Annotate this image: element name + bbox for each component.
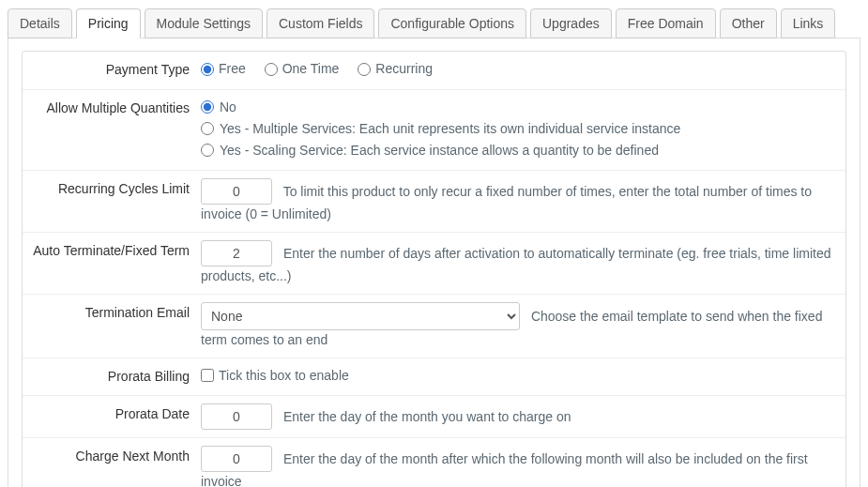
prorata-date-help: Enter the day of the month you want to c… xyxy=(283,409,571,424)
charge-next-month-input[interactable] xyxy=(201,446,272,472)
auto-terminate-label: Auto Terminate/Fixed Term xyxy=(32,240,201,258)
allow-multiple-label: Allow Multiple Quantities xyxy=(32,98,201,115)
prorata-billing-help: Tick this box to enable xyxy=(219,366,349,386)
payment-type-label: Payment Type xyxy=(32,59,201,77)
allow-multiple-scaling-radio[interactable] xyxy=(201,144,214,157)
payment-type-onetime-text: One Time xyxy=(282,59,340,79)
allow-multiple-multiple-text: Yes - Multiple Services: Each unit repre… xyxy=(220,119,680,139)
row-payment-type: Payment Type Free One Time Recurring xyxy=(23,52,845,90)
allow-multiple-multiple[interactable]: Yes - Multiple Services: Each unit repre… xyxy=(201,119,836,139)
payment-type-onetime[interactable]: One Time xyxy=(265,59,340,79)
row-termination-email: Termination Email None Choose the email … xyxy=(23,295,845,358)
row-allow-multiple: Allow Multiple Quantities No Yes - Multi… xyxy=(23,90,845,171)
tab-other[interactable]: Other xyxy=(720,8,777,38)
termination-email-select[interactable]: None xyxy=(201,302,520,330)
recurring-cycles-label: Recurring Cycles Limit xyxy=(32,178,201,196)
allow-multiple-scaling-text: Yes - Scaling Service: Each service inst… xyxy=(220,141,659,160)
tab-free-domain[interactable]: Free Domain xyxy=(616,8,716,38)
prorata-billing-toggle[interactable]: Tick this box to enable xyxy=(201,366,349,386)
row-recurring-cycles: Recurring Cycles Limit To limit this pro… xyxy=(23,171,845,233)
recurring-cycles-input[interactable] xyxy=(201,178,272,205)
payment-type-recurring[interactable]: Recurring xyxy=(358,59,433,79)
payment-type-recurring-radio[interactable] xyxy=(358,63,371,76)
tab-content: Payment Type Free One Time Recurring All… xyxy=(8,38,860,487)
recurring-cycles-help: To limit this product to only recur a fi… xyxy=(201,184,812,221)
auto-terminate-help: Enter the number of days after activatio… xyxy=(201,246,830,283)
tab-upgrades[interactable]: Upgrades xyxy=(530,8,612,38)
allow-multiple-scaling[interactable]: Yes - Scaling Service: Each service inst… xyxy=(201,141,836,160)
prorata-date-input[interactable] xyxy=(201,403,272,430)
allow-multiple-no-radio[interactable] xyxy=(201,100,214,114)
payment-type-onetime-radio[interactable] xyxy=(265,63,278,76)
tab-links[interactable]: Links xyxy=(781,8,836,38)
prorata-billing-label: Prorata Billing xyxy=(32,366,201,384)
tab-module-settings[interactable]: Module Settings xyxy=(145,8,263,38)
row-charge-next-month: Charge Next Month Enter the day of the m… xyxy=(23,438,845,487)
tabs: Details Pricing Module Settings Custom F… xyxy=(8,8,860,38)
row-auto-terminate: Auto Terminate/Fixed Term Enter the numb… xyxy=(23,233,845,295)
allow-multiple-no-text: No xyxy=(220,98,236,117)
termination-email-label: Termination Email xyxy=(32,302,201,320)
prorata-billing-checkbox[interactable] xyxy=(201,369,214,382)
allow-multiple-no[interactable]: No xyxy=(201,98,836,117)
payment-type-free[interactable]: Free xyxy=(201,59,246,79)
charge-next-month-help: Enter the day of the month after which t… xyxy=(201,451,808,487)
tab-pricing[interactable]: Pricing xyxy=(76,8,141,38)
auto-terminate-input[interactable] xyxy=(201,240,272,266)
pricing-panel: Payment Type Free One Time Recurring All… xyxy=(22,51,846,487)
payment-type-free-radio[interactable] xyxy=(201,63,214,76)
row-prorata-date: Prorata Date Enter the day of the month … xyxy=(23,396,845,438)
row-prorata-billing: Prorata Billing Tick this box to enable xyxy=(23,358,845,397)
payment-type-free-text: Free xyxy=(219,59,246,79)
payment-type-recurring-text: Recurring xyxy=(375,59,433,79)
tab-details[interactable]: Details xyxy=(8,8,72,38)
charge-next-month-label: Charge Next Month xyxy=(32,446,201,464)
tab-custom-fields[interactable]: Custom Fields xyxy=(266,8,374,38)
prorata-date-label: Prorata Date xyxy=(32,403,201,421)
allow-multiple-multiple-radio[interactable] xyxy=(201,122,214,135)
tab-configurable-options[interactable]: Configurable Options xyxy=(378,8,526,38)
